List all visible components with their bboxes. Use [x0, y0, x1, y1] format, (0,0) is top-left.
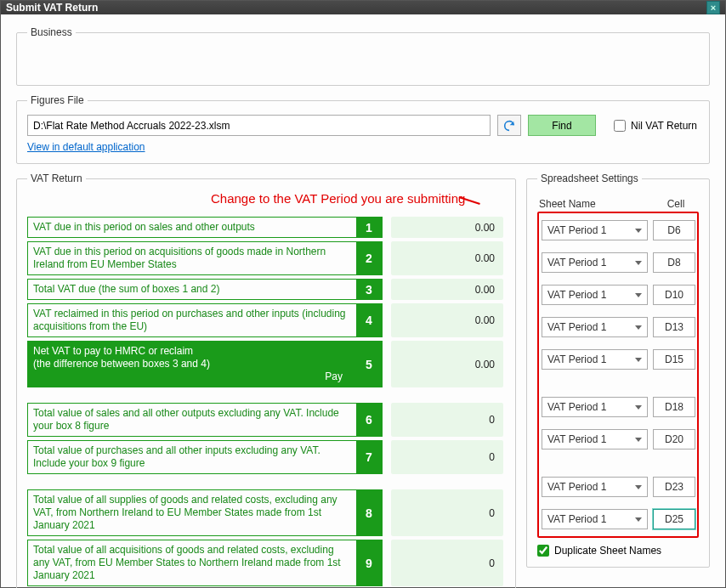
vat-box-number: 6 [356, 404, 382, 436]
ss-row: VAT Period 1 [542, 345, 695, 374]
vat-row-1: VAT due in this period on sales and othe… [27, 217, 505, 238]
vat-row-5: Net VAT to pay to HMRC or reclaim(the di… [27, 341, 505, 387]
sheet-select[interactable]: VAT Period 1 [542, 509, 648, 529]
vat-desc: Net VAT to pay to HMRC or reclaim(the di… [27, 341, 383, 387]
vat-value: 0 [391, 489, 503, 536]
vat-value: 0.00 [391, 341, 503, 387]
vat-desc-text: Net VAT to pay to HMRC or reclaim(the di… [28, 342, 356, 387]
ss-row: VAT Period 1 [542, 248, 695, 277]
cell-input[interactable] [653, 252, 695, 273]
ss-row: VAT Period 1 [542, 505, 695, 534]
ss-row: VAT Period 1 [542, 313, 695, 342]
cell-input[interactable] [653, 429, 695, 449]
ss-headers: Sheet Name Cell [537, 198, 699, 210]
ss-row: VAT Period 1 [542, 472, 695, 501]
vat-desc: VAT due in this period on sales and othe… [27, 217, 383, 238]
vat-row-7: Total value of purchases and all other i… [27, 440, 505, 474]
vat-desc-text: VAT reclaimed in this period on purchase… [28, 304, 356, 336]
vat-row-4: VAT reclaimed in this period on purchase… [27, 303, 505, 337]
vat-desc-text: Total value of sales and all other outpu… [28, 404, 356, 436]
view-default-app-link[interactable]: View in default application [27, 141, 145, 153]
ss-row: VAT Period 1 [542, 393, 695, 421]
sheet-select[interactable]: VAT Period 1 [542, 477, 648, 497]
nil-return-checkbox[interactable] [614, 120, 626, 132]
figures-row: Find Nil VAT Return [27, 115, 699, 136]
vat-value: 0 [391, 403, 503, 437]
cell-input[interactable] [653, 477, 695, 497]
nil-return-label[interactable]: Nil VAT Return [614, 120, 697, 132]
sheet-select[interactable]: VAT Period 1 [542, 220, 648, 240]
figures-path-input[interactable] [27, 115, 491, 136]
titlebar: Submit VAT Return × [1, 1, 725, 14]
vat-box-number: 9 [356, 540, 382, 585]
annotation-text: Change to the VAT Period you are submitt… [211, 191, 465, 206]
vat-desc: Total value of all acquisitions of goods… [27, 540, 383, 586]
refresh-icon [502, 119, 516, 133]
nil-return-text: Nil VAT Return [631, 120, 697, 132]
vat-desc-text: Total value of purchases and all other i… [28, 441, 356, 473]
sheet-select[interactable]: VAT Period 1 [542, 349, 648, 370]
ss-legend: Spreadsheet Settings [537, 172, 642, 184]
pay-tag: Pay [325, 370, 343, 383]
ss-row: VAT Period 1 [542, 216, 695, 245]
sheet-select[interactable]: VAT Period 1 [542, 429, 648, 449]
duplicate-names-checkbox[interactable] [537, 545, 549, 557]
find-button[interactable]: Find [528, 115, 596, 136]
sheet-select[interactable]: VAT Period 1 [542, 285, 648, 305]
cell-input[interactable] [653, 349, 695, 370]
vat-box-number: 7 [356, 441, 382, 473]
ss-row: VAT Period 1 [542, 280, 695, 309]
vat-box-number: 2 [356, 242, 382, 274]
vat-value: 0 [391, 540, 503, 586]
figures-legend: Figures File [27, 94, 88, 106]
cell-input[interactable] [653, 285, 695, 305]
vat-row-2: VAT due in this period on acquisitions o… [27, 241, 505, 275]
window-body: Business Figures File Find Nil VAT Retur… [1, 14, 725, 588]
sheet-select[interactable]: VAT Period 1 [542, 252, 648, 273]
close-icon[interactable]: × [706, 1, 720, 14]
ss-row: VAT Period 1 [542, 425, 695, 454]
vat-box-number: 1 [356, 218, 382, 237]
window: Submit VAT Return × Business Figures Fil… [0, 0, 726, 588]
vat-row-9: Total value of all acquisitions of goods… [27, 540, 505, 586]
duplicate-names-text: Duplicate Sheet Names [554, 545, 661, 557]
business-group: Business [16, 26, 710, 86]
vat-row-6: Total value of sales and all other outpu… [27, 403, 505, 437]
vat-box-number: 4 [356, 304, 382, 336]
refresh-button[interactable] [497, 115, 521, 136]
vat-return-group: VAT Return Change to the VAT Period you … [16, 172, 516, 588]
vat-box-number: 8 [356, 490, 382, 535]
vat-desc-text: Total VAT due (the sum of boxes 1 and 2) [28, 280, 356, 299]
sheet-select[interactable]: VAT Period 1 [542, 397, 648, 417]
vat-value: 0 [391, 440, 503, 474]
business-legend: Business [27, 26, 76, 38]
vat-row-8: Total value of all supplies of goods and… [27, 489, 505, 536]
cell-input[interactable] [653, 509, 695, 529]
cell-input[interactable] [653, 220, 695, 240]
vat-desc: VAT reclaimed in this period on purchase… [27, 303, 383, 337]
vat-value: 0.00 [391, 217, 503, 238]
vat-row-3: Total VAT due (the sum of boxes 1 and 2)… [27, 279, 505, 300]
vat-desc-text: Total value of all acquisitions of goods… [28, 540, 356, 585]
vat-desc: Total value of all supplies of goods and… [27, 489, 383, 536]
vat-desc-text: Total value of all supplies of goods and… [28, 490, 356, 535]
sheet-select[interactable]: VAT Period 1 [542, 317, 648, 337]
vat-value: 0.00 [391, 241, 503, 275]
vat-rows: VAT due in this period on sales and othe… [27, 217, 505, 586]
sheet-name-header: Sheet Name [539, 198, 646, 210]
vat-desc-text: VAT due in this period on acquisitions o… [28, 242, 356, 274]
columns: VAT Return Change to the VAT Period you … [16, 172, 710, 588]
vat-box-number: 5 [356, 342, 382, 387]
cell-input[interactable] [653, 317, 695, 337]
cell-header: Cell [655, 198, 697, 210]
cell-input[interactable] [653, 397, 695, 417]
spreadsheet-settings-group: Spreadsheet Settings Sheet Name Cell VAT… [526, 172, 710, 568]
figures-group: Figures File Find Nil VAT Return View in… [16, 94, 710, 164]
vat-desc: Total value of sales and all other outpu… [27, 403, 383, 437]
vat-desc: Total value of purchases and all other i… [27, 440, 383, 474]
vat-value: 0.00 [391, 303, 503, 337]
duplicate-names-label[interactable]: Duplicate Sheet Names [537, 545, 699, 557]
vat-desc-text: VAT due in this period on sales and othe… [28, 218, 356, 237]
vat-desc: VAT due in this period on acquisitions o… [27, 241, 383, 275]
vat-box-number: 3 [356, 280, 382, 299]
